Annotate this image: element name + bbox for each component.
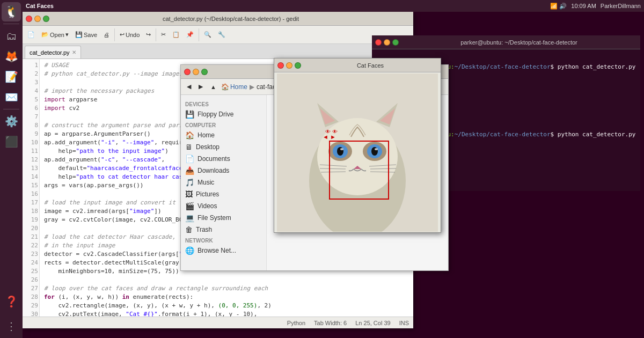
desktop-icon: 🖥: [185, 143, 193, 151]
catfaces-titlebar: Cat Faces: [274, 58, 441, 72]
filesystem-icon: 💻: [185, 214, 194, 222]
desktop: 🐧 🗂 🦊 📝 ✉️ ⚙️ ⬛ ❓ ⋮ Cat Faces: [0, 0, 644, 338]
sidebar-item-floppy[interactable]: 💾 Floppy Drive: [181, 108, 266, 120]
back-button[interactable]: ◀: [184, 79, 194, 94]
svg-text:👁 👁: 👁 👁: [325, 129, 338, 135]
trash-icon: 🗑: [185, 225, 193, 234]
terminal-dock-icon[interactable]: ⬛: [2, 132, 21, 151]
status-right: Python Tab Width: 6 Ln 25, Col 39 INS: [287, 320, 409, 326]
catfaces-close-button[interactable]: [277, 62, 284, 69]
help-dock-icon[interactable]: ❓: [2, 292, 21, 311]
documents-icon: 📄: [185, 155, 194, 163]
new-button[interactable]: 📄: [25, 27, 38, 42]
home-icon: 🏠: [185, 131, 194, 139]
sidebar-item-music[interactable]: 🎵 Music: [181, 177, 266, 188]
filemanager-minimize-button[interactable]: [193, 69, 199, 75]
terminal-minimize-button[interactable]: [384, 39, 390, 46]
minimize-button[interactable]: [34, 16, 41, 22]
sidebar-item-pictures[interactable]: 🖼 Pictures: [181, 188, 266, 200]
computer-label: Computer: [181, 120, 266, 129]
print-button[interactable]: 🖨: [101, 27, 112, 42]
trash-label: Trash: [196, 226, 212, 233]
tools-button[interactable]: 🔧: [215, 27, 228, 42]
open-button[interactable]: 📂 Open ▾: [39, 27, 71, 42]
ubuntu-icon[interactable]: 🐧: [2, 2, 21, 21]
gedit-tab-catdetector[interactable]: cat_detector.py ✕: [25, 46, 81, 58]
sidebar-item-videos[interactable]: 🎬 Videos: [181, 200, 266, 212]
sidebar-item-browsenet[interactable]: 🌐 Browse Net...: [181, 245, 266, 256]
downloads-icon: 📥: [185, 166, 194, 175]
pictures-label: Pictures: [196, 190, 219, 198]
catfaces-maximize-button[interactable]: [295, 62, 301, 69]
filemanager-maximize-button[interactable]: [201, 69, 208, 75]
files-dock-icon[interactable]: 🗂: [2, 26, 21, 46]
terminal-title: parker@ubuntu: ~/Desktop/cat-face-detect…: [401, 39, 637, 46]
toolbar-sep-3: [199, 28, 199, 41]
svg-point-16: [340, 148, 343, 150]
floppy-label: Floppy Drive: [197, 111, 233, 118]
sidebar-item-desktop[interactable]: 🖥 Desktop: [181, 141, 266, 153]
system-tray: 📶 🔊: [550, 3, 567, 10]
sidebar-item-trash[interactable]: 🗑 Trash: [181, 224, 266, 236]
redo-button[interactable]: ↪: [143, 27, 153, 42]
dock-separator-2: [3, 109, 19, 109]
cut-button[interactable]: ✂: [158, 27, 169, 42]
devices-label: Devices: [181, 99, 266, 108]
sidebar-item-filesystem[interactable]: 💻 File System: [181, 212, 266, 224]
up-button[interactable]: ▲: [208, 79, 219, 94]
cat-image-svg: ◄ ► 👁 👁: [277, 74, 438, 232]
app-menu-label[interactable]: Cat Faces: [26, 3, 54, 9]
documents-label: Documents: [197, 155, 230, 163]
mail-dock-icon[interactable]: ✉️: [2, 87, 21, 107]
line-numbers: 12345 678910 1112131415 1617181920 21222…: [23, 59, 40, 317]
text-editor-dock-icon[interactable]: 📝: [2, 67, 21, 86]
catfaces-minimize-button[interactable]: [286, 62, 292, 69]
catfaces-window: Cat Faces: [274, 58, 441, 233]
topbar-left: Cat Faces: [26, 3, 54, 9]
maximize-button[interactable]: [43, 16, 49, 22]
terminal-maximize-button[interactable]: [392, 39, 399, 46]
home-breadcrumb[interactable]: 🏠 Home: [221, 83, 247, 91]
desktop-label: Desktop: [196, 143, 219, 151]
tab-label: cat_detector.py: [30, 49, 70, 56]
firefox-dock-icon[interactable]: 🦊: [2, 47, 21, 66]
browsenet-label: Browse Net...: [197, 247, 236, 254]
tab-width-indicator[interactable]: Tab Width: 6: [314, 320, 347, 326]
topbar: Cat Faces 📶 🔊 10:09 AM ParkerDillmann: [23, 0, 644, 12]
downloads-label: Downloads: [197, 167, 229, 174]
gedit-statusbar: Python Tab Width: 6 Ln 25, Col 39 INS: [23, 317, 413, 328]
settings-dock-icon[interactable]: ⚙️: [2, 112, 21, 131]
sidebar-item-documents[interactable]: 📄 Documents: [181, 153, 266, 165]
sidebar-item-home[interactable]: 🏠 Home: [181, 129, 266, 141]
gedit-titlebar: cat_detector.py (~/Desktop/cat-face-dete…: [23, 12, 413, 26]
terminal-close-button[interactable]: [375, 39, 382, 46]
search-button[interactable]: 🔍: [201, 27, 214, 42]
undo-button[interactable]: ↩ Undo: [117, 27, 142, 42]
paste-button[interactable]: 📌: [184, 27, 196, 42]
apps-dock-icon[interactable]: ⋮: [2, 317, 21, 336]
filemanager-close-button[interactable]: [184, 69, 191, 75]
terminal-path-2: ~/Desktop/cat-face-detector: [455, 131, 551, 138]
catfaces-body: ◄ ► 👁 👁: [274, 72, 441, 232]
insert-mode: INS: [399, 320, 409, 326]
gedit-toolbar: 📄 📂 Open ▾ 💾 Save 🖨 ↩ Undo ↪ ✂ 📋 📌 🔍 🔧: [23, 26, 413, 44]
gedit-tabs: cat_detector.py ✕: [23, 44, 413, 59]
videos-icon: 🎬: [185, 202, 194, 210]
topbar-right: 📶 🔊 10:09 AM ParkerDillmann: [550, 3, 641, 10]
terminal-path-1: ~/Desktop/cat-face-detector: [455, 63, 551, 70]
terminal-titlebar: parker@ubuntu: ~/Desktop/cat-face-detect…: [372, 35, 640, 49]
language-indicator[interactable]: Python: [287, 320, 305, 326]
save-button[interactable]: 💾 Save: [72, 27, 100, 42]
tab-close-icon[interactable]: ✕: [72, 49, 76, 55]
sidebar-item-downloads[interactable]: 📥 Downloads: [181, 165, 266, 177]
application-dock: 🐧 🗂 🦊 📝 ✉️ ⚙️ ⬛ ❓ ⋮: [0, 0, 23, 338]
breadcrumb-sep: ▶: [250, 83, 254, 91]
copy-button[interactable]: 📋: [170, 27, 182, 42]
floppy-icon: 💾: [185, 110, 194, 119]
catfaces-title: Cat Faces: [303, 62, 437, 69]
forward-button[interactable]: ▶: [196, 79, 206, 94]
close-button[interactable]: [26, 16, 32, 22]
videos-label: Videos: [197, 202, 217, 210]
user-name[interactable]: ParkerDillmann: [601, 3, 641, 9]
gedit-title: cat_detector.py (~/Desktop/cat-face-dete…: [52, 16, 410, 22]
